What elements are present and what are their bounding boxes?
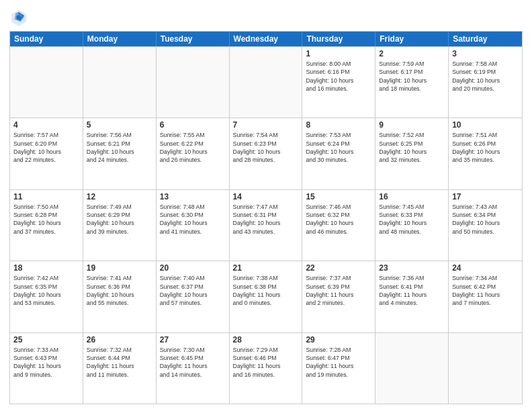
day-cell-22: 22Sunrise: 7:37 AM Sunset: 6:39 PM Dayli… — [302, 261, 375, 332]
cell-info: Sunrise: 7:50 AM Sunset: 6:28 PM Dayligh… — [13, 203, 79, 236]
day-number: 13 — [160, 192, 226, 201]
calendar-header: SundayMondayTuesdayWednesdayThursdayFrid… — [10, 32, 522, 46]
day-cell-4: 4Sunrise: 7:57 AM Sunset: 6:20 PM Daylig… — [10, 118, 83, 189]
day-cell-3: 3Sunrise: 7:58 AM Sunset: 6:19 PM Daylig… — [449, 47, 522, 118]
calendar: SundayMondayTuesdayWednesdayThursdayFrid… — [9, 31, 523, 404]
day-number: 7 — [233, 120, 299, 130]
cell-info: Sunrise: 7:58 AM Sunset: 6:19 PM Dayligh… — [452, 60, 519, 93]
cell-info: Sunrise: 7:54 AM Sunset: 6:23 PM Dayligh… — [233, 131, 299, 164]
empty-cell — [10, 47, 83, 118]
cell-info: Sunrise: 7:42 AM Sunset: 6:35 PM Dayligh… — [13, 274, 79, 307]
cell-info: Sunrise: 7:45 AM Sunset: 6:33 PM Dayligh… — [379, 203, 445, 236]
logo-icon — [9, 8, 28, 27]
cell-info: Sunrise: 8:00 AM Sunset: 6:16 PM Dayligh… — [306, 60, 371, 93]
header-day-tuesday: Tuesday — [157, 32, 230, 46]
calendar-row-4: 25Sunrise: 7:33 AM Sunset: 6:43 PM Dayli… — [10, 332, 522, 404]
day-cell-17: 17Sunrise: 7:43 AM Sunset: 6:34 PM Dayli… — [449, 190, 522, 261]
day-cell-29: 29Sunrise: 7:28 AM Sunset: 6:47 PM Dayli… — [302, 333, 375, 404]
day-number: 29 — [306, 335, 371, 345]
calendar-row-3: 18Sunrise: 7:42 AM Sunset: 6:35 PM Dayli… — [10, 261, 522, 332]
cell-info: Sunrise: 7:30 AM Sunset: 6:45 PM Dayligh… — [160, 346, 226, 379]
day-cell-5: 5Sunrise: 7:56 AM Sunset: 6:21 PM Daylig… — [83, 118, 157, 189]
calendar-row-1: 4Sunrise: 7:57 AM Sunset: 6:20 PM Daylig… — [10, 118, 522, 189]
day-number: 28 — [233, 335, 299, 345]
day-cell-20: 20Sunrise: 7:40 AM Sunset: 6:37 PM Dayli… — [157, 261, 230, 332]
empty-cell — [230, 47, 303, 118]
day-number: 14 — [233, 192, 299, 201]
day-number: 9 — [379, 120, 445, 130]
cell-info: Sunrise: 7:33 AM Sunset: 6:43 PM Dayligh… — [13, 346, 79, 379]
day-cell-12: 12Sunrise: 7:49 AM Sunset: 6:29 PM Dayli… — [83, 190, 157, 261]
empty-cell — [375, 333, 449, 404]
svg-point-1 — [16, 15, 21, 19]
cell-info: Sunrise: 7:47 AM Sunset: 6:31 PM Dayligh… — [233, 203, 299, 236]
empty-cell — [83, 47, 157, 118]
cell-info: Sunrise: 7:52 AM Sunset: 6:25 PM Dayligh… — [379, 131, 445, 164]
day-number: 16 — [379, 192, 445, 201]
day-number: 4 — [13, 120, 79, 130]
day-number: 2 — [379, 49, 445, 58]
day-cell-13: 13Sunrise: 7:48 AM Sunset: 6:30 PM Dayli… — [157, 190, 230, 261]
cell-info: Sunrise: 7:34 AM Sunset: 6:42 PM Dayligh… — [452, 274, 519, 307]
day-cell-11: 11Sunrise: 7:50 AM Sunset: 6:28 PM Dayli… — [10, 190, 83, 261]
day-cell-23: 23Sunrise: 7:36 AM Sunset: 6:41 PM Dayli… — [375, 261, 449, 332]
empty-cell — [157, 47, 230, 118]
day-number: 25 — [13, 335, 79, 345]
cell-info: Sunrise: 7:32 AM Sunset: 6:44 PM Dayligh… — [87, 346, 152, 379]
header-day-friday: Friday — [375, 32, 449, 46]
cell-info: Sunrise: 7:53 AM Sunset: 6:24 PM Dayligh… — [306, 131, 371, 164]
day-number: 24 — [452, 263, 519, 273]
cell-info: Sunrise: 7:55 AM Sunset: 6:22 PM Dayligh… — [160, 131, 226, 164]
day-cell-2: 2Sunrise: 7:59 AM Sunset: 6:17 PM Daylig… — [375, 47, 449, 118]
calendar-body: 1Sunrise: 8:00 AM Sunset: 6:16 PM Daylig… — [10, 46, 522, 404]
day-cell-6: 6Sunrise: 7:55 AM Sunset: 6:22 PM Daylig… — [157, 118, 230, 189]
day-number: 6 — [160, 120, 226, 130]
cell-info: Sunrise: 7:38 AM Sunset: 6:38 PM Dayligh… — [233, 274, 299, 307]
cell-info: Sunrise: 7:36 AM Sunset: 6:41 PM Dayligh… — [379, 274, 445, 307]
day-number: 12 — [87, 192, 152, 201]
day-cell-19: 19Sunrise: 7:41 AM Sunset: 6:36 PM Dayli… — [83, 261, 157, 332]
day-number: 20 — [160, 263, 226, 273]
page: SundayMondayTuesdayWednesdayThursdayFrid… — [0, 0, 532, 411]
cell-info: Sunrise: 7:41 AM Sunset: 6:36 PM Dayligh… — [87, 274, 152, 307]
day-cell-16: 16Sunrise: 7:45 AM Sunset: 6:33 PM Dayli… — [375, 190, 449, 261]
day-number: 17 — [452, 192, 519, 201]
day-number: 1 — [306, 49, 371, 58]
header-day-saturday: Saturday — [449, 32, 522, 46]
cell-info: Sunrise: 7:48 AM Sunset: 6:30 PM Dayligh… — [160, 203, 226, 236]
day-number: 21 — [233, 263, 299, 273]
cell-info: Sunrise: 7:59 AM Sunset: 6:17 PM Dayligh… — [379, 60, 445, 93]
calendar-row-0: 1Sunrise: 8:00 AM Sunset: 6:16 PM Daylig… — [10, 46, 522, 118]
day-number: 26 — [87, 335, 152, 345]
day-cell-27: 27Sunrise: 7:30 AM Sunset: 6:45 PM Dayli… — [157, 333, 230, 404]
calendar-row-2: 11Sunrise: 7:50 AM Sunset: 6:28 PM Dayli… — [10, 189, 522, 261]
header-day-wednesday: Wednesday — [230, 32, 303, 46]
day-number: 15 — [306, 192, 371, 201]
header — [9, 8, 523, 27]
cell-info: Sunrise: 7:49 AM Sunset: 6:29 PM Dayligh… — [87, 203, 152, 236]
cell-info: Sunrise: 7:37 AM Sunset: 6:39 PM Dayligh… — [306, 274, 371, 307]
logo — [9, 8, 31, 27]
day-number: 10 — [452, 120, 519, 130]
day-cell-26: 26Sunrise: 7:32 AM Sunset: 6:44 PM Dayli… — [83, 333, 157, 404]
day-number: 8 — [306, 120, 371, 130]
day-number: 23 — [379, 263, 445, 273]
header-day-sunday: Sunday — [10, 32, 83, 46]
cell-info: Sunrise: 7:40 AM Sunset: 6:37 PM Dayligh… — [160, 274, 226, 307]
day-number: 27 — [160, 335, 226, 345]
cell-info: Sunrise: 7:29 AM Sunset: 6:46 PM Dayligh… — [233, 346, 299, 379]
day-number: 22 — [306, 263, 371, 273]
cell-info: Sunrise: 7:46 AM Sunset: 6:32 PM Dayligh… — [306, 203, 371, 236]
cell-info: Sunrise: 7:57 AM Sunset: 6:20 PM Dayligh… — [13, 131, 79, 164]
day-cell-1: 1Sunrise: 8:00 AM Sunset: 6:16 PM Daylig… — [302, 47, 375, 118]
day-cell-25: 25Sunrise: 7:33 AM Sunset: 6:43 PM Dayli… — [10, 333, 83, 404]
day-number: 3 — [452, 49, 519, 58]
day-cell-18: 18Sunrise: 7:42 AM Sunset: 6:35 PM Dayli… — [10, 261, 83, 332]
cell-info: Sunrise: 7:56 AM Sunset: 6:21 PM Dayligh… — [87, 131, 152, 164]
cell-info: Sunrise: 7:43 AM Sunset: 6:34 PM Dayligh… — [452, 203, 519, 236]
day-cell-8: 8Sunrise: 7:53 AM Sunset: 6:24 PM Daylig… — [302, 118, 375, 189]
cell-info: Sunrise: 7:28 AM Sunset: 6:47 PM Dayligh… — [306, 346, 371, 379]
day-cell-10: 10Sunrise: 7:51 AM Sunset: 6:26 PM Dayli… — [449, 118, 522, 189]
day-number: 11 — [13, 192, 79, 201]
empty-cell — [449, 333, 522, 404]
